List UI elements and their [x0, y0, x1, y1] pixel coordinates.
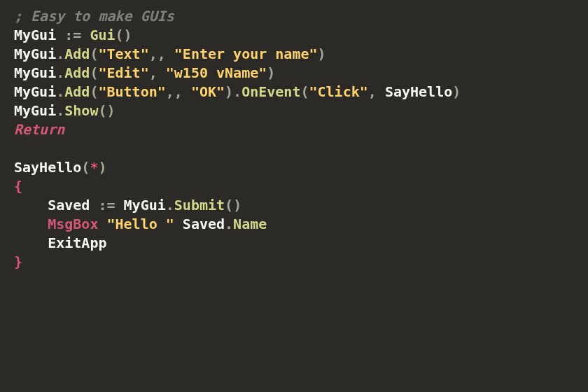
code-editor[interactable]: ; Easy to make GUIs MyGui := Gui() MyGui… [0, 0, 588, 272]
code-line: } [14, 253, 22, 270]
code-line: { [14, 178, 22, 195]
keyword-return: Return [14, 121, 64, 138]
code-line: ExitApp [14, 234, 106, 251]
code-line: SayHello(*) [14, 159, 106, 176]
code-line: Saved := MyGui.Submit() [14, 197, 241, 214]
code-line: ; Easy to make GUIs [14, 8, 174, 24]
code-line: MyGui.Show() [14, 102, 115, 119]
code-line: Return [14, 121, 64, 138]
comment: ; Easy to make GUIs [14, 8, 174, 24]
code-line: MyGui := Gui() [14, 27, 132, 43]
code-line: MyGui.Add("Text",, "Enter your name") [14, 46, 326, 62]
code-line: MyGui.Add("Edit", "w150 vName") [14, 64, 275, 81]
code-line: MyGui.Add("Button",, "OK").OnEvent("Clic… [14, 83, 461, 100]
code-line: MsgBox "Hello " Saved.Name [14, 216, 267, 232]
